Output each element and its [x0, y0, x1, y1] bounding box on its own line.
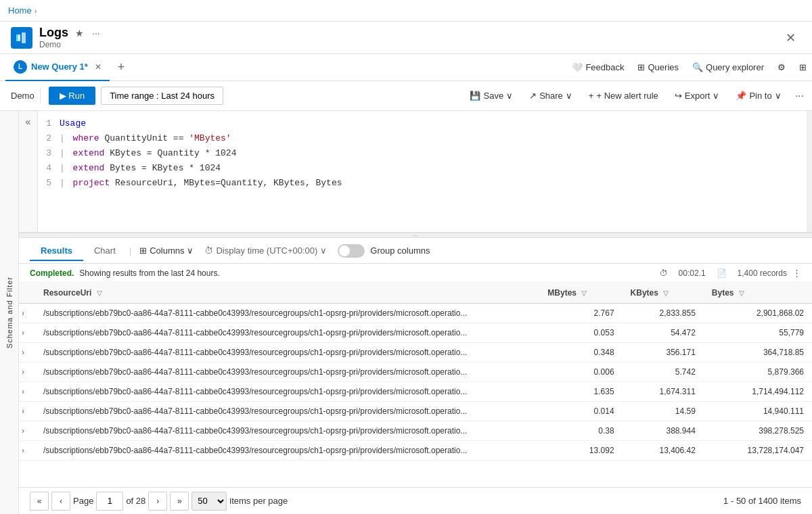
display-time-chevron: ∨: [320, 246, 327, 256]
query-explorer-button[interactable]: 🔍 Query explorer: [687, 60, 769, 75]
save-icon: 💾: [470, 91, 480, 101]
home-link[interactable]: Home: [8, 5, 32, 16]
export-icon: ↪: [675, 91, 682, 101]
mbytes-filter-icon[interactable]: ▽: [581, 289, 587, 297]
row-expand-cell[interactable]: ›: [19, 363, 35, 382]
bytes-cell: 5,879.366: [704, 363, 812, 382]
export-label: Export: [685, 91, 710, 101]
col-header-mbytes[interactable]: MBytes ▽: [539, 283, 622, 304]
expand-arrow[interactable]: ›: [22, 328, 24, 337]
share-button[interactable]: ↗ Share ∨: [524, 88, 578, 103]
run-button[interactable]: ▶ Run: [49, 87, 95, 105]
editor-scrollbar[interactable]: [807, 111, 812, 232]
row-expand-cell[interactable]: ›: [19, 304, 35, 323]
row-expand-cell[interactable]: ›: [19, 343, 35, 363]
columns-chevron: ∨: [187, 246, 194, 256]
group-columns-toggle[interactable]: [338, 244, 365, 258]
last-page-button[interactable]: »: [170, 492, 189, 511]
columns-icon: ⊞: [139, 246, 147, 256]
resource-cell: /subscriptions/ebb79bc0-aa86-44a7-8111-c…: [35, 441, 539, 461]
expand-arrow[interactable]: ›: [22, 426, 24, 436]
kbytes-cell: 54.472: [623, 323, 704, 343]
settings-button[interactable]: ⚙: [772, 60, 791, 75]
new-alert-button[interactable]: + + New alert rule: [583, 88, 664, 103]
more-options-button[interactable]: ···: [91, 26, 102, 40]
pagination-summary: 1 - 50 of 1400 items: [723, 496, 801, 506]
bytes-filter-icon[interactable]: ▽: [739, 289, 744, 297]
kbytes-filter-icon[interactable]: ▽: [663, 289, 669, 297]
expand-arrow[interactable]: ›: [22, 406, 24, 416]
layout-button[interactable]: ⊞: [794, 60, 812, 75]
resource-cell: /subscriptions/ebb79bc0-aa86-44a7-8111-c…: [35, 343, 539, 363]
group-columns-toggle-container: Group columns: [338, 244, 430, 258]
table-row[interactable]: › /subscriptions/ebb79bc0-aa86-44a7-8111…: [19, 421, 812, 441]
expand-arrow[interactable]: ›: [22, 348, 24, 357]
resource-cell: /subscriptions/ebb79bc0-aa86-44a7-8111-c…: [35, 323, 539, 343]
col-header-bytes[interactable]: Bytes ▽: [704, 283, 812, 304]
next-page-button[interactable]: ›: [148, 492, 167, 511]
prev-page-button[interactable]: ‹: [51, 492, 70, 511]
expand-arrow[interactable]: ›: [22, 446, 24, 455]
items-per-page-select[interactable]: 50 100 200: [191, 492, 227, 511]
kbytes-cell: 2,833.855: [623, 304, 704, 323]
table-row[interactable]: › /subscriptions/ebb79bc0-aa86-44a7-8111…: [19, 343, 812, 363]
content-area: « 1Usage2| where QuantityUnit == 'MBytes…: [19, 111, 812, 514]
editor-line: 1Usage: [38, 116, 807, 131]
collapse-button[interactable]: «: [19, 111, 38, 232]
editor-line: 3| extend KBytes = Quantity * 1024: [38, 146, 807, 161]
tab-results[interactable]: Results: [30, 240, 83, 261]
expand-arrow[interactable]: ›: [22, 367, 24, 377]
expand-results-button[interactable]: ⋮: [792, 268, 801, 278]
table-row[interactable]: › /subscriptions/ebb79bc0-aa86-44a7-8111…: [19, 323, 812, 343]
col-header-resource[interactable]: ResourceUri ▽: [35, 283, 539, 304]
pin-button[interactable]: 📌 Pin to ∨: [730, 88, 786, 103]
page-label: Page: [73, 496, 93, 506]
row-expand-cell[interactable]: ›: [19, 382, 35, 402]
schema-filter-sidebar[interactable]: Schema and Filter: [0, 111, 19, 514]
close-button[interactable]: ✕: [780, 28, 801, 48]
queries-button[interactable]: ⊞ Queries: [632, 60, 684, 75]
resource-filter-icon[interactable]: ▽: [97, 289, 102, 297]
row-expand-cell[interactable]: ›: [19, 323, 35, 343]
resize-handle[interactable]: ···: [19, 233, 812, 238]
code-editor[interactable]: 1Usage2| where QuantityUnit == 'MBytes'3…: [38, 111, 807, 232]
mbytes-cell: 1.635: [539, 382, 622, 402]
table-row[interactable]: › /subscriptions/ebb79bc0-aa86-44a7-8111…: [19, 382, 812, 402]
records-count: 1,400 records: [738, 268, 787, 278]
export-button[interactable]: ↪ Export ∨: [669, 88, 725, 103]
table-row[interactable]: › /subscriptions/ebb79bc0-aa86-44a7-8111…: [19, 441, 812, 461]
line-content: | where QuantityUnit == 'MBytes': [60, 131, 807, 146]
display-time-button[interactable]: ⏱ Display time (UTC+00:00) ∨: [199, 246, 332, 256]
expand-arrow[interactable]: ›: [22, 387, 24, 396]
row-expand-cell[interactable]: ›: [19, 402, 35, 421]
editor-line: 5| project ResourceUri, MBytes=Quantity,…: [38, 176, 807, 191]
more-actions-button[interactable]: ···: [792, 87, 807, 105]
bytes-cell: 13,728,174.047: [704, 441, 812, 461]
tab-chart[interactable]: Chart: [83, 240, 127, 261]
tab-icon: L: [14, 60, 27, 74]
editor-line: 2| where QuantityUnit == 'MBytes': [38, 131, 807, 146]
query-tab[interactable]: L New Query 1* ✕: [5, 54, 110, 81]
table-row[interactable]: › /subscriptions/ebb79bc0-aa86-44a7-8111…: [19, 402, 812, 421]
mbytes-cell: 0.053: [539, 323, 622, 343]
page-input[interactable]: [96, 492, 123, 511]
page-title: Logs: [39, 26, 68, 41]
results-table-container[interactable]: ResourceUri ▽ MBytes ▽ KBytes ▽: [19, 283, 812, 487]
save-button[interactable]: 💾 Save ∨: [464, 88, 518, 103]
row-expand-cell[interactable]: ›: [19, 421, 35, 441]
first-page-button[interactable]: «: [30, 492, 49, 511]
columns-button[interactable]: ⊞ Columns ∨: [134, 246, 199, 256]
row-expand-cell[interactable]: ›: [19, 441, 35, 461]
expand-arrow[interactable]: ›: [22, 308, 24, 318]
table-row[interactable]: › /subscriptions/ebb79bc0-aa86-44a7-8111…: [19, 363, 812, 382]
table-row[interactable]: › /subscriptions/ebb79bc0-aa86-44a7-8111…: [19, 304, 812, 323]
add-tab-button[interactable]: +: [112, 57, 131, 77]
display-time-label: Display time (UTC+00:00): [216, 246, 317, 256]
feedback-button[interactable]: 🤍 Feedback: [566, 60, 629, 75]
favorite-button[interactable]: ★: [74, 26, 85, 40]
time-range-button[interactable]: Time range : Last 24 hours: [101, 87, 223, 105]
col-header-kbytes[interactable]: KBytes ▽: [623, 283, 704, 304]
tab-close-button[interactable]: ✕: [95, 62, 102, 72]
mbytes-cell: 0.348: [539, 343, 622, 363]
clock-icon: ⏱: [204, 246, 213, 256]
